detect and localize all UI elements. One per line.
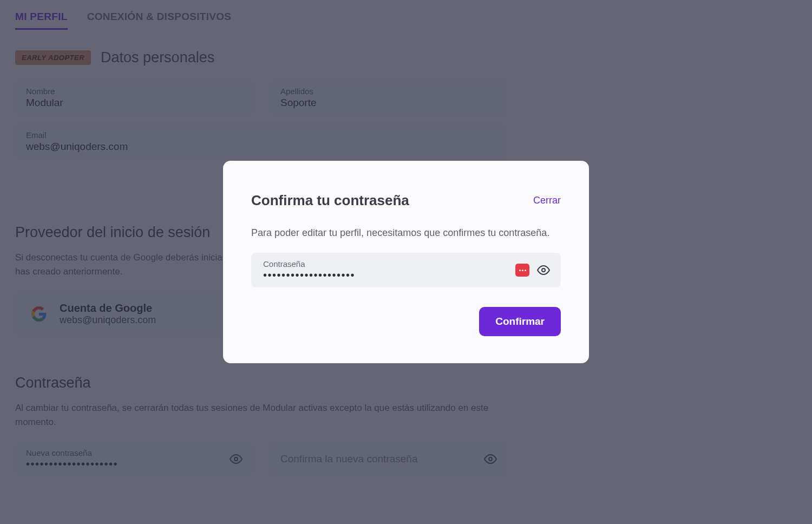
confirm-button[interactable]: Confirmar [479,307,561,336]
modal-desc: Para poder editar tu perfil, necesitamos… [251,227,561,239]
modal-password-label: Contraseña [263,259,549,268]
modal-password-field[interactable]: Contraseña •••••••••••••••••••• [251,253,561,287]
modal-password-value: •••••••••••••••••••• [263,269,355,281]
svg-point-2 [542,268,545,272]
modal-title: Confirma tu contraseña [251,192,409,209]
close-button[interactable]: Cerrar [533,195,561,206]
eye-icon[interactable] [537,264,550,277]
modal-overlay: Confirma tu contraseña Cerrar Para poder… [0,0,812,524]
password-manager-icon[interactable] [515,264,529,277]
confirm-password-modal: Confirma tu contraseña Cerrar Para poder… [223,161,589,363]
